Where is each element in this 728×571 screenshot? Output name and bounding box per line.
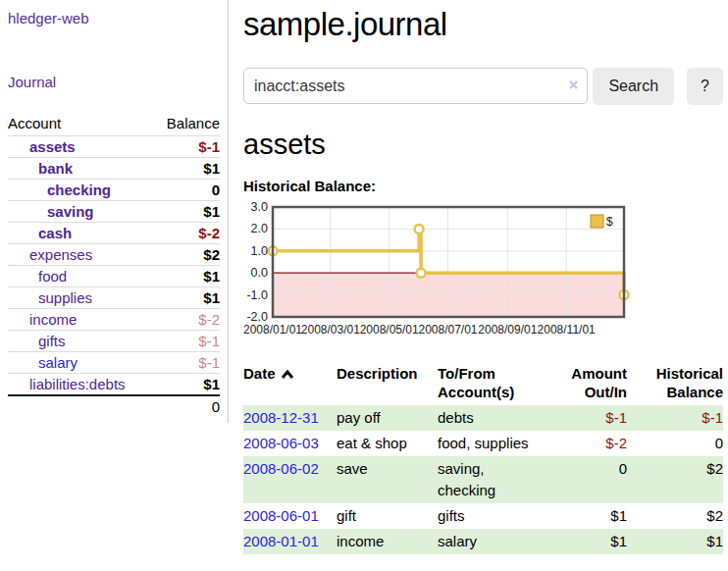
data-point-marker (417, 269, 426, 278)
accounts-total-value: 0 (154, 395, 220, 417)
y-axis-tick-label: 0.0 (251, 266, 268, 280)
y-axis-tick-label: 3.0 (251, 200, 268, 214)
account-link[interactable]: food (38, 268, 67, 285)
chart-title: Historical Balance: (243, 178, 723, 194)
transaction-accounts: gifts (438, 503, 550, 529)
transaction-balance: $-1 (627, 405, 723, 431)
transaction-balance: $1 (627, 529, 723, 554)
search-button[interactable]: Search (593, 68, 674, 105)
x-axis-tick-label: 2008/05/01 (360, 323, 419, 337)
transaction-amount: $-1 (550, 405, 627, 431)
account-row: cash $-2 (8, 223, 220, 244)
account-link[interactable]: expenses (29, 246, 92, 263)
account-link[interactable]: saving (47, 203, 94, 220)
y-axis-tick-label: -1.0 (246, 288, 268, 302)
account-balance: $-1 (154, 352, 220, 374)
accounts-header-row: Account Balance (8, 112, 220, 136)
register-row: 2008-06-03 eat & shop food, supplies $-2… (243, 431, 723, 456)
transaction-date-link[interactable]: 2008-06-01 (243, 507, 319, 524)
clear-search-icon[interactable]: × (568, 76, 578, 95)
search-form: × Search ? (243, 68, 723, 105)
y-axis-tick-label: -2.0 (246, 310, 268, 324)
transaction-accounts: debts (438, 405, 550, 431)
sort-ascending-icon (281, 369, 294, 380)
account-link[interactable]: liabilities:debts (29, 376, 126, 392)
account-link[interactable]: salary (38, 354, 78, 371)
legend-label: $ (606, 215, 613, 229)
col-accounts: To/From Account(s) (438, 364, 550, 405)
account-balance: $1 (154, 158, 220, 180)
account-row: bank $1 (8, 158, 220, 180)
page-title: sample.journal (243, 6, 723, 43)
account-balance: 0 (154, 180, 220, 201)
sidebar-divider (228, 0, 229, 423)
account-link[interactable]: supplies (38, 289, 92, 306)
search-input[interactable] (243, 68, 588, 104)
accounts-table: Account Balance assets $-1 bank $1 check… (8, 112, 220, 417)
transaction-balance: $2 (627, 456, 723, 503)
account-link[interactable]: checking (47, 182, 111, 198)
account-row: liabilities:debts $1 (8, 374, 220, 396)
account-balance: $-2 (154, 223, 220, 244)
col-date[interactable]: Date (243, 364, 337, 405)
brand-link[interactable]: hledger-web (8, 10, 89, 26)
account-link[interactable]: assets (29, 138, 76, 155)
account-row: supplies $1 (8, 287, 220, 309)
transaction-balance: $2 (627, 503, 723, 529)
help-button[interactable]: ? (687, 68, 723, 105)
transaction-accounts: saving,checking (438, 456, 550, 503)
accounts-total-row: 0 (8, 395, 220, 417)
historical-balance-chart: $3.02.01.00.0-1.0-2.02008/01/012008/03/0… (243, 200, 723, 343)
account-balance: $1 (154, 287, 220, 309)
transaction-date-link[interactable]: 2008-01-01 (243, 533, 319, 549)
x-axis-tick-label: 2008/01/01 (243, 323, 302, 337)
x-axis-tick-label: 2008/11/01 (538, 323, 596, 337)
account-row: food $1 (8, 266, 220, 287)
account-row: saving $1 (8, 201, 220, 223)
account-link[interactable]: gifts (38, 333, 66, 349)
x-axis-tick-label: 2008/09/01 (478, 323, 537, 337)
register-row: 2008-06-02 save saving,checking 0 $2 (243, 456, 723, 503)
col-date-label: Date (243, 365, 276, 382)
account-row: salary $-1 (8, 352, 220, 374)
account-row: assets $-1 (8, 136, 220, 158)
transaction-description: save (337, 456, 438, 503)
account-row: gifts $-1 (8, 331, 220, 352)
register-header-row: Date Description To/From Account(s) Amou… (243, 364, 723, 405)
account-balance: $1 (154, 374, 220, 396)
account-link[interactable]: cash (38, 225, 72, 241)
account-balance: $-1 (154, 331, 220, 352)
account-row: income $-2 (8, 309, 220, 331)
main-content: sample.journal × Search ? assets Histori… (243, 0, 723, 554)
sidebar-item-journal[interactable]: Journal (8, 74, 56, 90)
sidebar: hledger-web Journal Account Balance asse… (0, 0, 228, 417)
account-balance: $1 (154, 201, 220, 223)
transaction-date-link[interactable]: 2008-12-31 (243, 409, 319, 426)
transaction-description: eat & shop (337, 431, 438, 456)
transaction-description: income (337, 529, 438, 554)
register-row: 2008-12-31 pay off debts $-1 $-1 (243, 405, 723, 431)
legend-swatch-icon (591, 215, 603, 228)
transaction-accounts: food, supplies (438, 431, 550, 456)
transaction-amount: $1 (550, 503, 627, 529)
account-link[interactable]: bank (38, 160, 73, 177)
account-row: expenses $2 (8, 244, 220, 266)
transaction-amount: $1 (550, 529, 627, 554)
transaction-amount: $-2 (550, 431, 627, 456)
account-balance: $-1 (154, 136, 220, 158)
chart-canvas: $3.02.01.00.0-1.0-2.02008/01/012008/03/0… (243, 200, 723, 339)
y-axis-tick-label: 1.0 (251, 244, 268, 258)
account-balance: $1 (154, 266, 220, 287)
transaction-date-link[interactable]: 2008-06-02 (243, 460, 319, 477)
account-link[interactable]: income (29, 311, 77, 328)
col-description: Description (337, 364, 438, 405)
account-heading: assets (243, 129, 723, 161)
accounts-col-account: Account (8, 112, 154, 136)
x-axis-tick-label: 2008/03/01 (301, 323, 360, 337)
transaction-description: pay off (337, 405, 438, 431)
register-row: 2008-01-01 income salary $1 $1 (243, 529, 723, 554)
account-row: checking 0 (8, 180, 220, 201)
x-axis-tick-label: 2008/07/01 (418, 323, 477, 337)
col-balance: Historical Balance (627, 364, 723, 405)
transaction-date-link[interactable]: 2008-06-03 (243, 435, 319, 451)
